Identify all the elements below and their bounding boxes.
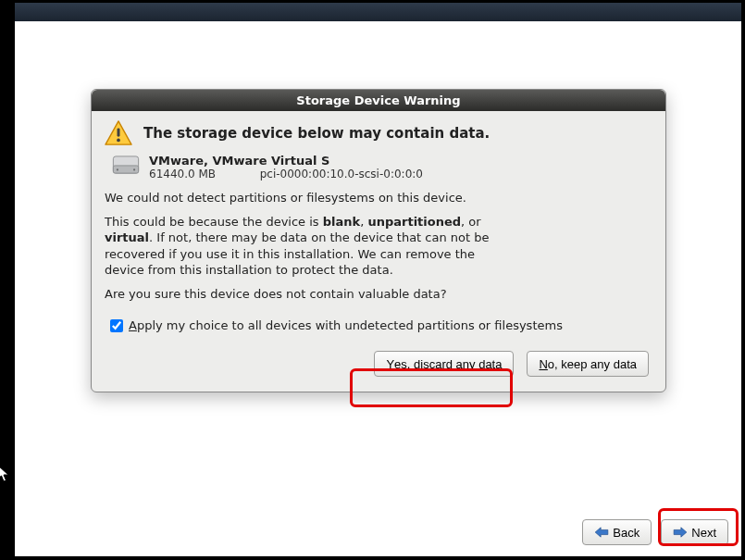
installer-window: Storage Device Warning The storage devic…	[15, 3, 741, 556]
p2-blank: blank	[323, 215, 360, 229]
next-rest: ext	[701, 526, 716, 540]
apply-all-rest: pply my choice to all devices with undet…	[137, 318, 563, 332]
device-size: 61440.0 MB	[149, 168, 216, 180]
header-band	[15, 3, 741, 21]
svg-point-5	[133, 168, 135, 170]
dialog-heading: The storage device below may contain dat…	[143, 125, 490, 142]
p2-rest: . If not, there may be data on the devic…	[105, 230, 490, 277]
next-label: Next	[691, 526, 716, 540]
mouse-cursor-icon	[0, 465, 10, 483]
yes-rest: es, discard any data	[394, 357, 502, 371]
no-rest: o, keep any data	[548, 357, 637, 371]
paragraph-confirm: Are you sure this device does not contai…	[105, 286, 503, 303]
paragraph-detect: We could not detect partitions or filesy…	[105, 190, 503, 206]
device-path: pci-0000:00:10.0-scsi-0:0:0:0	[260, 168, 423, 180]
warning-icon	[105, 120, 132, 146]
back-rest: ack	[621, 526, 639, 540]
dialog-body: The storage device below may contain dat…	[92, 111, 665, 392]
yes-mnemonic: Y	[386, 357, 394, 371]
apply-all-label: Apply my choice to all devices with unde…	[129, 318, 563, 332]
yes-discard-button[interactable]: Yes, discard any data	[374, 351, 514, 377]
storage-warning-dialog: Storage Device Warning The storage devic…	[91, 89, 666, 392]
back-mnemonic: B	[613, 526, 621, 540]
p2-unpart: unpartitioned	[367, 215, 461, 229]
dialog-button-row: Yes, discard any data No, keep any data	[105, 351, 652, 377]
apply-all-mnemonic: A	[129, 318, 137, 332]
p2-prefix: This could be because the device is	[105, 215, 323, 229]
p2-s2: , or	[461, 215, 481, 229]
no-keep-button[interactable]: No, keep any data	[527, 351, 649, 377]
harddrive-icon	[112, 156, 140, 174]
arrow-left-icon	[594, 527, 609, 538]
device-details: 61440.0 MB pci-0000:00:10.0-scsi-0:0:0:0	[149, 168, 423, 180]
back-label: Back	[613, 526, 639, 540]
apply-all-checkbox[interactable]	[110, 319, 123, 332]
next-mnemonic: N	[691, 526, 700, 540]
svg-point-1	[117, 139, 120, 143]
device-info: VMware, VMware Virtual S 61440.0 MB pci-…	[149, 154, 423, 180]
svg-point-4	[117, 168, 118, 170]
svg-rect-0	[118, 128, 120, 136]
wizard-nav: Back Next	[582, 519, 728, 545]
device-name: VMware, VMware Virtual S	[149, 154, 423, 168]
next-button[interactable]: Next	[661, 519, 728, 545]
paragraph-explain: This could be because the device is blan…	[105, 214, 503, 279]
arrow-right-icon	[673, 527, 688, 538]
no-mnemonic: N	[539, 357, 547, 371]
apply-all-checkbox-row[interactable]: Apply my choice to all devices with unde…	[110, 318, 652, 332]
device-row: VMware, VMware Virtual S 61440.0 MB pci-…	[112, 154, 652, 180]
back-button[interactable]: Back	[582, 519, 652, 545]
dialog-title: Storage Device Warning	[92, 90, 665, 111]
heading-row: The storage device below may contain dat…	[105, 120, 652, 146]
p2-virtual: virtual	[105, 230, 149, 244]
